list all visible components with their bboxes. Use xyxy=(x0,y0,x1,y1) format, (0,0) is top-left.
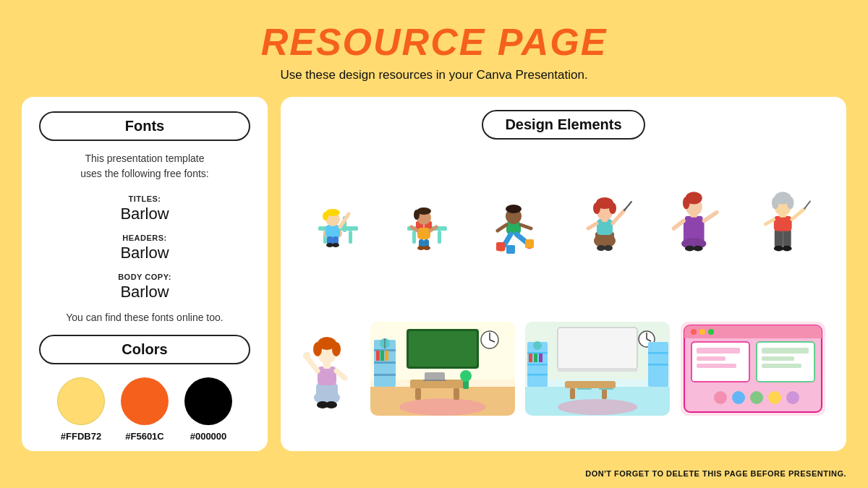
svg-rect-138 xyxy=(602,388,607,399)
fonts-find: You can find these fonts online too. xyxy=(39,312,250,323)
svg-rect-113 xyxy=(423,380,446,381)
font-name-titles: Barlow xyxy=(39,205,250,223)
svg-rect-139 xyxy=(577,388,592,390)
svg-point-146 xyxy=(699,329,705,335)
font-entry-headers: HEADERS: Barlow xyxy=(39,231,250,262)
svg-point-60 xyxy=(682,197,689,209)
svg-point-76 xyxy=(773,246,783,252)
svg-rect-19 xyxy=(417,228,430,239)
svg-point-28 xyxy=(423,246,430,250)
svg-point-154 xyxy=(786,391,799,404)
svg-point-115 xyxy=(460,370,472,382)
svg-rect-111 xyxy=(454,388,459,400)
color-circle-orange xyxy=(121,377,169,425)
page-title: RESOURCE PAGE xyxy=(0,20,868,64)
figures-grid xyxy=(297,147,830,441)
svg-line-86 xyxy=(307,358,318,371)
scene-classroom-chalkboard xyxy=(370,322,515,416)
svg-rect-128 xyxy=(558,328,637,369)
color-hex-black: #000000 xyxy=(190,431,227,442)
svg-rect-158 xyxy=(762,348,809,354)
svg-rect-98 xyxy=(374,374,396,376)
svg-rect-134 xyxy=(648,352,668,354)
svg-point-152 xyxy=(750,391,763,404)
svg-point-77 xyxy=(782,246,791,252)
svg-point-31 xyxy=(506,205,522,213)
svg-point-64 xyxy=(693,246,702,252)
svg-point-127 xyxy=(533,341,542,350)
svg-line-88 xyxy=(336,371,345,378)
color-swatch-black: #000000 xyxy=(184,377,232,442)
svg-point-22 xyxy=(414,210,420,220)
font-label-titles: TITLES: xyxy=(128,194,161,203)
svg-rect-38 xyxy=(496,242,505,251)
svg-rect-40 xyxy=(506,245,515,254)
svg-line-51 xyxy=(588,223,597,228)
scene-ui-mockup xyxy=(681,322,825,416)
svg-point-48 xyxy=(609,202,616,214)
font-entry-titles: TITLES: Barlow xyxy=(39,192,250,223)
font-name-headers: Barlow xyxy=(39,244,250,262)
svg-line-73 xyxy=(791,209,804,219)
font-entry-body: BODY COPY: Barlow xyxy=(39,270,250,301)
left-panel: Fonts This presentation templateuses the… xyxy=(22,97,268,451)
fonts-label: Fonts xyxy=(39,111,250,141)
figure-child-desk-raise xyxy=(312,179,370,259)
svg-rect-157 xyxy=(697,364,736,368)
color-hex-yellow: #FFDB72 xyxy=(61,431,101,442)
svg-rect-16 xyxy=(438,231,441,244)
figure-teacher-wave xyxy=(302,322,359,416)
svg-rect-160 xyxy=(762,364,801,368)
svg-point-150 xyxy=(714,391,727,404)
svg-rect-66 xyxy=(783,228,791,248)
svg-rect-137 xyxy=(570,388,575,399)
color-hex-orange: #F5601C xyxy=(125,431,163,442)
svg-line-61 xyxy=(704,213,716,221)
svg-point-119 xyxy=(558,399,637,415)
color-circle-black xyxy=(184,377,232,425)
svg-rect-79 xyxy=(316,383,338,399)
svg-line-50 xyxy=(624,202,631,210)
svg-point-85 xyxy=(332,342,341,356)
fonts-description: This presentation templateuses the follo… xyxy=(39,151,250,181)
svg-point-145 xyxy=(691,329,697,335)
svg-point-147 xyxy=(708,329,714,335)
svg-rect-129 xyxy=(558,368,637,372)
svg-rect-140 xyxy=(599,388,613,390)
svg-point-13 xyxy=(332,243,339,247)
figure-child-blocks xyxy=(490,179,548,259)
color-swatches: #FFDB72 #F5601C #000000 xyxy=(39,377,250,442)
svg-rect-39 xyxy=(525,239,534,248)
svg-point-72 xyxy=(786,197,793,209)
color-swatch-yellow: #FFDB72 xyxy=(57,377,105,442)
color-circle-yellow xyxy=(57,377,105,425)
svg-rect-125 xyxy=(534,354,537,362)
svg-rect-2 xyxy=(349,231,352,244)
svg-rect-100 xyxy=(380,351,384,361)
svg-rect-155 xyxy=(697,348,740,354)
svg-rect-101 xyxy=(385,351,388,361)
svg-rect-110 xyxy=(415,388,421,400)
svg-rect-15 xyxy=(412,231,416,244)
right-panel: Design Elements xyxy=(281,97,846,451)
figure-teacher-purple xyxy=(668,179,726,259)
svg-point-63 xyxy=(684,246,694,252)
svg-point-8 xyxy=(323,212,328,221)
scene-classroom-whiteboard xyxy=(525,322,670,416)
svg-rect-159 xyxy=(762,356,794,361)
svg-point-53 xyxy=(604,245,613,251)
svg-rect-136 xyxy=(565,381,616,388)
svg-rect-124 xyxy=(529,354,532,362)
svg-rect-5 xyxy=(326,225,340,238)
figure-teacher-pointer xyxy=(579,179,637,259)
svg-rect-126 xyxy=(539,354,542,362)
svg-rect-144 xyxy=(684,333,822,338)
main-content: Fonts This presentation templateuses the… xyxy=(22,97,846,451)
font-label-body: BODY COPY: xyxy=(118,273,171,281)
svg-rect-122 xyxy=(527,364,548,366)
svg-rect-97 xyxy=(374,361,396,364)
svg-line-62 xyxy=(673,221,683,228)
figures-row-top xyxy=(297,147,830,292)
svg-point-71 xyxy=(771,197,778,209)
svg-rect-135 xyxy=(648,364,668,366)
